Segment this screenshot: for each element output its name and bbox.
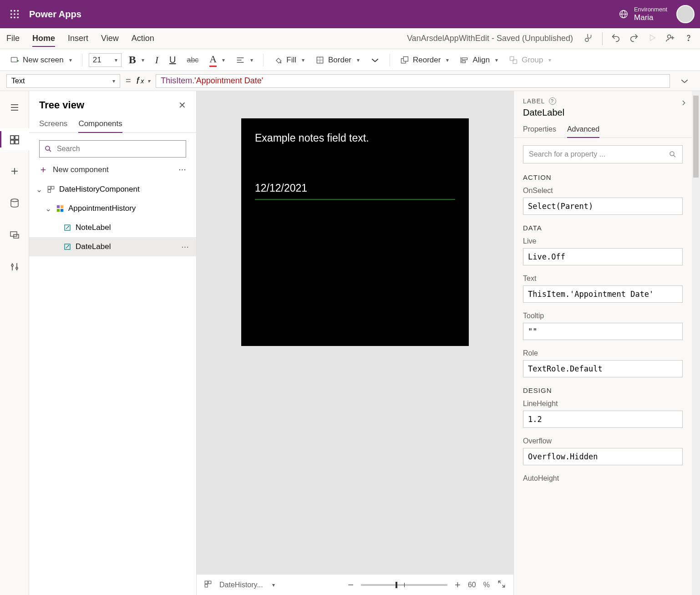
environment-picker[interactable]: Environment Maria	[619, 6, 667, 22]
reorder-button[interactable]: Reorder▾	[396, 54, 452, 66]
more-formatting-button[interactable]	[367, 54, 383, 66]
underline-button[interactable]: U	[166, 53, 179, 67]
formula-input[interactable]: ThisItem.'Appointment Date'	[156, 74, 670, 88]
strikethrough-button[interactable]: abc	[183, 54, 203, 66]
menu-view[interactable]: View	[101, 34, 119, 43]
field-input-overflow[interactable]: Overflow.Hidden	[523, 448, 683, 465]
svg-rect-60	[61, 209, 63, 212]
control-type-label: LABEL	[523, 97, 545, 105]
fit-to-screen-button[interactable]	[497, 580, 506, 590]
field-input-live[interactable]: Live.Off	[523, 248, 683, 265]
zoom-slider[interactable]	[361, 584, 447, 586]
rail-advanced-tools[interactable]	[0, 256, 29, 278]
breadcrumb[interactable]: DateHistory...	[219, 581, 263, 589]
tree-tab-screens[interactable]: Screens	[39, 116, 67, 132]
user-avatar[interactable]	[676, 5, 695, 23]
svg-point-17	[688, 40, 689, 41]
svg-rect-55	[51, 186, 54, 189]
tree-search-input[interactable]	[39, 140, 186, 158]
plus-icon	[39, 166, 47, 174]
menu-action[interactable]: Action	[132, 34, 154, 43]
collapse-props-button[interactable]	[680, 99, 687, 108]
field-input-onselect[interactable]: Select(Parent)	[523, 198, 683, 215]
menu-insert[interactable]: Insert	[68, 34, 88, 43]
new-screen-button[interactable]: New screen ▾	[6, 54, 76, 66]
tree-search-field[interactable]	[57, 145, 181, 153]
undo-button[interactable]	[611, 33, 621, 45]
document-title: VanArsdelAppWithEdit - Saved (Unpublishe…	[407, 34, 573, 43]
tree-view-title: Tree view	[39, 99, 84, 111]
field-input-role[interactable]: TextRole.Default	[523, 360, 683, 377]
rail-media[interactable]	[0, 224, 29, 246]
properties-tab[interactable]: Properties	[523, 125, 556, 137]
align-button[interactable]: Align▾	[456, 54, 502, 66]
expand-formula-button[interactable]	[675, 78, 694, 84]
environment-label: Environment	[634, 6, 667, 13]
rail-data[interactable]	[0, 192, 29, 214]
font-color-button[interactable]: A▾	[206, 51, 228, 69]
info-icon[interactable]: ?	[549, 97, 556, 105]
field-input-text[interactable]: ThisItem.'Appointment Date'	[523, 285, 683, 303]
group-button: Group▾	[505, 54, 555, 66]
paint-bucket-icon	[274, 56, 283, 65]
text-align-button[interactable]: ▾	[232, 54, 257, 66]
redo-button[interactable]	[629, 33, 639, 45]
tree-item-appointmenthistory[interactable]: ⌄ AppointmentHistory	[29, 199, 196, 218]
svg-rect-39	[10, 140, 14, 144]
rail-tree-view[interactable]	[0, 128, 29, 150]
property-search-input[interactable]: Search for a property ...	[523, 145, 683, 163]
section-action: ACTION	[514, 171, 692, 184]
app-checker-icon[interactable]	[584, 33, 594, 45]
zoom-in-button[interactable]: +	[455, 579, 461, 591]
component-preview[interactable]: Example notes field text. 12/12/2021	[241, 118, 469, 346]
share-button[interactable]	[665, 33, 675, 45]
properties-scrollbar[interactable]	[692, 91, 700, 595]
svg-rect-38	[15, 136, 19, 139]
property-selector[interactable]: Text▾	[6, 74, 120, 88]
tree-item-more-button[interactable]: ⋯	[181, 242, 189, 252]
menu-home[interactable]: Home	[32, 34, 55, 47]
font-size-input[interactable]: 21▾	[89, 53, 122, 67]
control-name[interactable]: DateLabel	[523, 107, 683, 118]
chevron-down-icon: ▾	[115, 57, 117, 63]
field-input-tooltip[interactable]: ""	[523, 323, 683, 340]
svg-point-50	[46, 146, 50, 150]
tree-tab-components[interactable]: Components	[78, 116, 122, 133]
close-tree-button[interactable]: ✕	[178, 100, 186, 111]
field-input-lineheight[interactable]: 1.2	[523, 411, 683, 428]
menu-file[interactable]: File	[6, 34, 20, 43]
italic-button[interactable]: I	[152, 52, 162, 68]
help-button[interactable]	[684, 33, 694, 45]
note-label-preview[interactable]: Example notes field text.	[255, 132, 455, 182]
svg-rect-30	[462, 58, 467, 60]
new-component-button[interactable]: New component	[39, 165, 109, 174]
bold-button[interactable]: B▾	[125, 52, 148, 68]
advanced-tab[interactable]: Advanced	[567, 125, 599, 138]
field-label-autoheight: AutoHeight	[523, 474, 683, 483]
components-more-button[interactable]: ⋯	[178, 165, 186, 174]
chevron-down-icon[interactable]: ▾	[272, 582, 275, 588]
svg-point-1	[14, 10, 15, 12]
play-button[interactable]	[647, 33, 657, 45]
tree-item-datehistorycomponent[interactable]: ⌄ DateHistoryComponent	[29, 180, 196, 199]
chevron-down-icon: ▾	[69, 57, 72, 63]
label-icon	[63, 223, 72, 232]
rail-hamburger[interactable]	[0, 97, 29, 118]
border-button[interactable]: Border▾	[312, 54, 363, 66]
reorder-icon	[400, 56, 409, 65]
tree-item-datelabel[interactable]: DateLabel ⋯	[29, 237, 196, 256]
app-launcher-icon[interactable]	[5, 5, 24, 23]
svg-point-3	[10, 13, 12, 15]
svg-rect-37	[10, 136, 14, 139]
fx-button[interactable]: fx▾	[137, 76, 151, 86]
rail-insert[interactable]	[0, 160, 29, 182]
field-label-overflow: Overflow	[523, 437, 683, 445]
fill-button[interactable]: Fill▾	[270, 54, 308, 66]
chevron-down-icon: ⌄	[45, 204, 52, 214]
align-icon	[460, 56, 469, 65]
zoom-unit: %	[483, 581, 490, 589]
breadcrumb-icon[interactable]	[204, 580, 212, 590]
date-label-preview[interactable]: 12/12/2021	[255, 182, 455, 200]
zoom-out-button[interactable]: −	[348, 579, 354, 591]
tree-item-notelabel[interactable]: NoteLabel	[29, 218, 196, 237]
